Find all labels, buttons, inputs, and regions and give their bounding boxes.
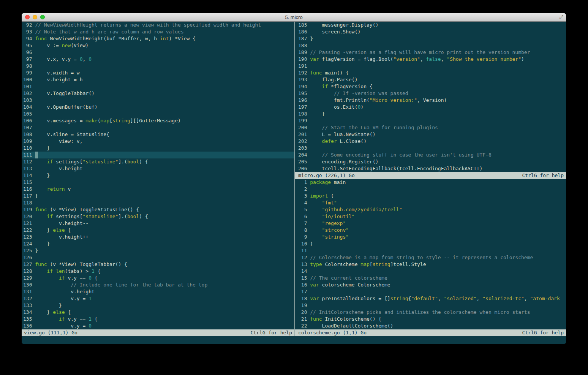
code-line[interactable]: 123 v.height++ — [22, 234, 294, 241]
code-line[interactable]: 100 v.height = h — [22, 76, 294, 83]
code-line[interactable]: 120 if settings["statusline"].(bool) { — [22, 213, 294, 220]
code-line[interactable]: 130 // Include one line for the tab bar … — [22, 282, 294, 288]
code-line[interactable]: 10) — [295, 241, 566, 247]
code-line[interactable]: 187} — [295, 35, 566, 42]
code-line[interactable]: 200 // Start the Lua VM for running plug… — [295, 124, 566, 131]
code-line[interactable]: 110 } — [22, 145, 294, 152]
code-line[interactable]: 17 — [295, 288, 566, 295]
code-line[interactable]: 198 } — [295, 111, 566, 117]
code-line[interactable]: 105 — [22, 111, 294, 117]
code-line[interactable]: 96 — [22, 49, 294, 56]
code-line[interactable]: 112 if settings["statusline"].(bool) { — [22, 158, 294, 165]
code-line[interactable]: 1package main — [295, 179, 566, 186]
code-line[interactable]: 119func (v *View) ToggleStatusLine() { — [22, 206, 294, 213]
code-line[interactable]: 202 defer L.Close() — [295, 138, 566, 145]
code-line[interactable]: 16var colorscheme Colorscheme — [295, 282, 566, 288]
code-line[interactable]: 102 v.ToggleTabbar() — [22, 90, 294, 97]
code-line[interactable]: 185 messenger.Display() — [295, 22, 566, 28]
code-line[interactable]: 19 — [295, 302, 566, 309]
code-line[interactable]: 5 "github.com/zyedidia/tcell" — [295, 206, 566, 213]
code-line[interactable]: 193 flag.Parse() — [295, 76, 566, 83]
code-line[interactable]: 129 if v.y == 0 { — [22, 275, 294, 282]
code-area-view-go[interactable]: 92// NewViewWidthHeight returns a new vi… — [22, 22, 294, 329]
code-line[interactable]: 4 "fmt" — [295, 199, 566, 206]
code-line[interactable]: 15// The current colorscheme — [295, 275, 566, 282]
code-line[interactable]: 9 "strings" — [295, 234, 566, 241]
code-line[interactable]: 124 } — [22, 241, 294, 247]
code-line[interactable]: 103 — [22, 97, 294, 104]
code-line[interactable]: 104 v.OpenBuffer(buf) — [22, 104, 294, 111]
code-line[interactable]: 13type Colorscheme map[string]tcell.Styl… — [295, 261, 566, 268]
code-line[interactable]: 18var preInstalledColors = []string{"def… — [295, 295, 566, 302]
code-line[interactable]: 20// InitColorscheme picks and initializ… — [295, 309, 566, 316]
code-line[interactable]: 188 — [295, 42, 566, 49]
window-titlebar[interactable]: 5. micro ⤢ — [22, 13, 566, 22]
code-line[interactable]: 11 — [295, 247, 566, 254]
code-line[interactable]: 127func (v *View) ToggleTabbar() { — [22, 261, 294, 268]
code-line[interactable]: 109 view: v, — [22, 138, 294, 145]
code-line[interactable]: 131 v.height-- — [22, 288, 294, 295]
code-line[interactable]: 204 // Some encoding stuff in case the u… — [295, 152, 566, 158]
code-line[interactable]: 186 screen.Show() — [295, 28, 566, 35]
code-line[interactable]: 135 if v.y == 1 { — [22, 316, 294, 323]
code-line[interactable]: 12// Colorscheme is a map from string to… — [295, 254, 566, 261]
resize-icon[interactable]: ⤢ — [560, 14, 563, 20]
code-line[interactable]: 191 — [295, 63, 566, 70]
code-line[interactable]: 205 encoding.Register() — [295, 158, 566, 165]
command-bar[interactable] — [22, 336, 566, 344]
code-line[interactable]: 118 — [22, 199, 294, 206]
code-line[interactable]: 133 } — [22, 302, 294, 309]
code-line[interactable]: 132 v.y = 1 — [22, 295, 294, 302]
code-area-micro-go[interactable]: 185 messenger.Display()186 screen.Show()… — [295, 22, 566, 172]
code-line[interactable]: 92// NewViewWidthHeight returns a new vi… — [22, 22, 294, 28]
code-line[interactable]: 113 v.height-- — [22, 165, 294, 172]
code-line[interactable]: 199 — [295, 117, 566, 124]
code-line[interactable]: 8 "strconv" — [295, 227, 566, 234]
code-line[interactable]: 195 // If -version was passed — [295, 90, 566, 97]
code-line[interactable]: 107 — [22, 124, 294, 131]
code-line[interactable]: 206 tcell.SetEncodingFallback(tcell.Enco… — [295, 165, 566, 172]
gutter-line-number: 115 — [23, 179, 32, 186]
code-line[interactable]: 114 } — [22, 172, 294, 179]
code-line[interactable]: 116 return v — [22, 186, 294, 193]
code-line[interactable]: 6 "io/ioutil" — [295, 213, 566, 220]
code-line[interactable]: 201 L = lua.NewState() — [295, 131, 566, 138]
code-line[interactable]: 196 fmt.Println("Micro version:", Versio… — [295, 97, 566, 104]
code-text: v := new(View) — [35, 42, 294, 49]
code-line[interactable]: 3import ( — [295, 193, 566, 199]
code-line[interactable]: 117} — [22, 193, 294, 199]
code-line[interactable]: 22 LoadDefaultColorscheme() — [295, 323, 566, 329]
code-line[interactable]: 125} — [22, 247, 294, 254]
code-line[interactable]: 197 os.Exit(0) — [295, 104, 566, 111]
code-line[interactable]: 194 if *flagVersion { — [295, 83, 566, 90]
code-line[interactable]: 203 — [295, 145, 566, 152]
code-line[interactable]: 121 v.height-- — [22, 220, 294, 227]
code-line[interactable]: 97 v.x, v.y = 0, 0 — [22, 56, 294, 63]
code-line[interactable]: 192func main() { — [295, 70, 566, 76]
code-line[interactable]: 101 — [22, 83, 294, 90]
code-line[interactable]: 2 — [295, 186, 566, 193]
code-line[interactable]: 134 } else { — [22, 309, 294, 316]
code-line[interactable]: 126 — [22, 254, 294, 261]
code-line[interactable]: 108 v.sline = Statusline{ — [22, 131, 294, 138]
code-line[interactable]: 106 v.messages = make(map[string][]Gutte… — [22, 117, 294, 124]
code-line[interactable]: 190var flagVersion = flag.Bool("version"… — [295, 56, 566, 63]
code-line[interactable]: 14 — [295, 268, 566, 275]
code-line[interactable]: 7 "regexp" — [295, 220, 566, 227]
gutter-line-number: 190 — [298, 56, 307, 63]
gutter-line-number: 198 — [298, 111, 307, 117]
code-line[interactable]: 122 } else { — [22, 227, 294, 234]
code-line[interactable]: 93// Note that w and h are raw column an… — [22, 28, 294, 35]
code-line[interactable]: 111 — [22, 152, 294, 158]
code-line[interactable]: 98 — [22, 63, 294, 70]
code-text: } — [35, 193, 294, 199]
code-area-colorscheme-go[interactable]: 1package main23import (4 "fmt"5 "github.… — [295, 179, 566, 329]
code-line[interactable]: 94func NewViewWidthHeight(buf *Buffer, w… — [22, 35, 294, 42]
code-line[interactable]: 21func InitColorscheme() { — [295, 316, 566, 323]
code-line[interactable]: 136 v.y = 0 — [22, 323, 294, 329]
code-line[interactable]: 115 — [22, 179, 294, 186]
code-line[interactable]: 189// Passing -version as a flag will ha… — [295, 49, 566, 56]
code-line[interactable]: 99 v.width = w — [22, 70, 294, 76]
code-line[interactable]: 128 if len(tabs) > 1 { — [22, 268, 294, 275]
code-line[interactable]: 95 v := new(View) — [22, 42, 294, 49]
